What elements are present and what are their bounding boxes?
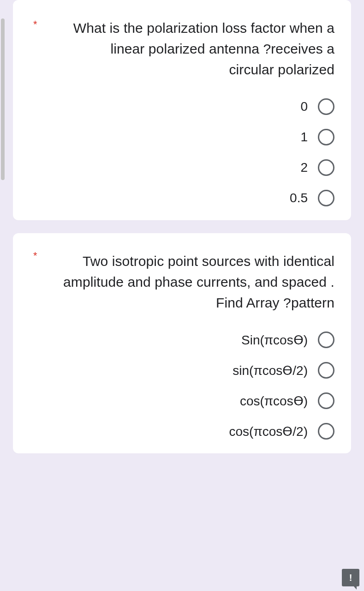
question-card-1: * What is the polarization loss factor w… <box>13 0 351 220</box>
option-row[interactable]: 0.5 <box>290 190 334 206</box>
options-group-2: Sin(πcosϴ) sin(πcosϴ/2) cos(πcosϴ) cos(π… <box>30 332 334 440</box>
radio-button[interactable] <box>318 392 334 409</box>
option-label: 1 <box>300 130 308 145</box>
option-row[interactable]: Sin(πcosϴ) <box>241 332 334 348</box>
option-label: cos(πcosϴ/2) <box>229 424 308 439</box>
radio-button[interactable] <box>318 159 334 176</box>
option-label: 0 <box>300 99 308 114</box>
option-row[interactable]: cos(πcosϴ) <box>240 392 334 409</box>
option-label: 0.5 <box>290 191 308 205</box>
option-row[interactable]: 1 <box>300 129 334 145</box>
option-row[interactable]: 2 <box>300 159 334 176</box>
required-marker: * <box>33 251 37 261</box>
radio-button[interactable] <box>318 423 334 440</box>
options-group-1: 0 1 2 0.5 <box>30 98 334 206</box>
option-row[interactable]: 0 <box>300 98 334 115</box>
required-marker: * <box>33 19 37 30</box>
radio-button[interactable] <box>318 190 334 206</box>
question-card-2: * Two isotropic point sources with ident… <box>13 233 351 453</box>
radio-button[interactable] <box>318 129 334 145</box>
radio-button[interactable] <box>318 362 334 379</box>
question-text-2: Two isotropic point sources with identic… <box>62 251 334 313</box>
radio-button[interactable] <box>318 332 334 348</box>
radio-button[interactable] <box>318 98 334 115</box>
exclamation-icon: ! <box>349 573 352 582</box>
option-label: cos(πcosϴ) <box>240 393 308 409</box>
option-label: 2 <box>300 160 308 175</box>
option-row[interactable]: cos(πcosϴ/2) <box>229 423 334 440</box>
option-label: Sin(πcosϴ) <box>241 332 308 348</box>
feedback-icon[interactable]: ! <box>342 569 359 586</box>
option-label: sin(πcosϴ/2) <box>233 363 308 378</box>
scrollbar-thumb[interactable] <box>1 18 5 180</box>
option-row[interactable]: sin(πcosϴ/2) <box>233 362 334 379</box>
question-text-1: What is the polarization loss factor whe… <box>62 18 334 80</box>
scrollbar-track[interactable] <box>1 0 5 212</box>
